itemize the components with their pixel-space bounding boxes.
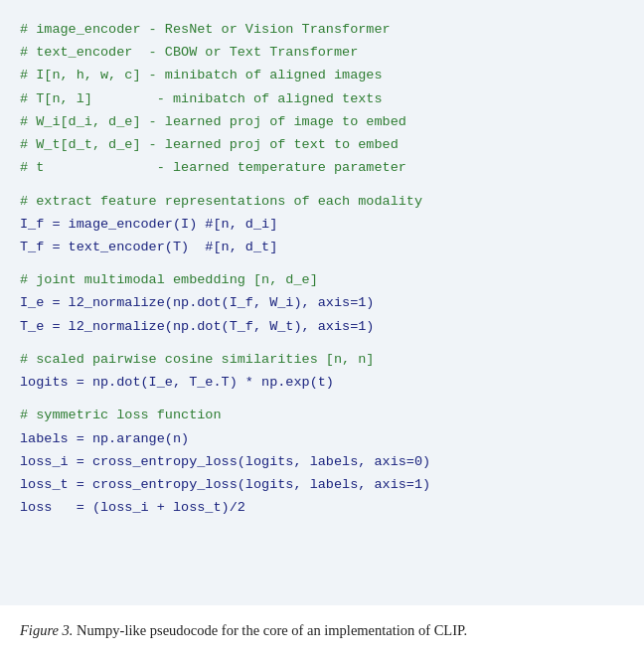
code-line-loss-t: loss_t = cross_entropy_loss(logits, labe… (20, 473, 624, 496)
code-line-labels: labels = np.arange(n) (20, 427, 624, 450)
comment-section2: # extract feature representations of eac… (20, 190, 624, 213)
comment-line-3: # I[n, h, w, c] - minibatch of aligned i… (20, 64, 624, 86)
code-line-if: I_f = image_encoder(I) #[n, d_i] (20, 213, 624, 236)
comment-section5: # symmetric loss function (20, 404, 624, 426)
caption-area: Figure 3. Numpy-like pseudocode for the … (0, 605, 644, 659)
caption-text: Figure 3. Numpy-like pseudocode for the … (20, 619, 624, 641)
comment-line-7: # t - learned temperature parameter (20, 156, 624, 179)
comment-section4: # scaled pairwise cosine similarities [n… (20, 348, 624, 371)
code-line-tf: T_f = text_encoder(T) #[n, d_t] (20, 236, 624, 258)
comment-line-1: # image_encoder - ResNet or Vision Trans… (20, 18, 624, 41)
caption-bold: Figure 3. (20, 622, 73, 638)
caption-body: Numpy-like pseudocode for the core of an… (73, 622, 467, 638)
code-line-te: T_e = l2_normalize(np.dot(T_f, W_t), axi… (20, 315, 624, 338)
comment-line-5: # W_i[d_i, d_e] - learned proj of image … (20, 110, 624, 133)
code-line-loss-i: loss_i = cross_entropy_loss(logits, labe… (20, 450, 624, 473)
comment-line-2: # text_encoder - CBOW or Text Transforme… (20, 41, 624, 64)
code-line-logits: logits = np.dot(I_e, T_e.T) * np.exp(t) (20, 371, 624, 394)
comment-line-4: # T[n, l] - minibatch of aligned texts (20, 87, 624, 110)
comment-section3: # joint multimodal embedding [n, d_e] (20, 268, 624, 291)
code-block: # image_encoder - ResNet or Vision Trans… (0, 0, 644, 605)
comment-line-6: # W_t[d_t, d_e] - learned proj of text t… (20, 133, 624, 156)
code-line-ie: I_e = l2_normalize(np.dot(I_f, W_i), axi… (20, 291, 624, 314)
code-line-loss: loss = (loss_i + loss_t)/2 (20, 496, 624, 519)
